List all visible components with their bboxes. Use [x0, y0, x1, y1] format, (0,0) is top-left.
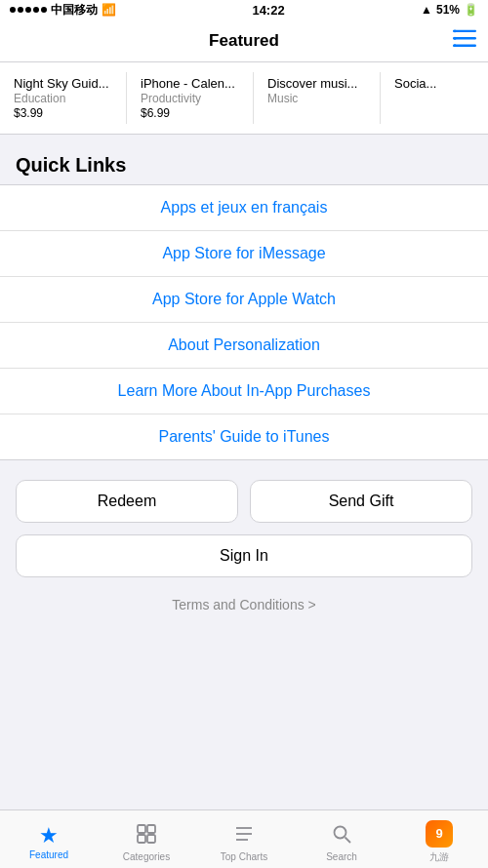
quick-link-imessage[interactable]: App Store for iMessage — [0, 231, 488, 277]
app-name: Discover musi... — [267, 76, 366, 91]
app-item[interactable]: Night Sky Guid... Education $3.99 — [0, 72, 127, 124]
app-category: Education — [14, 92, 112, 105]
app-item[interactable]: Socia... — [381, 72, 488, 124]
quick-link-apple-watch[interactable]: App Store for Apple Watch — [0, 277, 488, 323]
tab-search[interactable]: Search — [293, 810, 390, 868]
search-icon — [330, 822, 353, 848]
tab-categories-label: Categories — [123, 851, 170, 862]
svg-rect-7 — [147, 825, 155, 833]
app-item[interactable]: iPhone - Calen... Productivity $6.99 — [127, 72, 254, 124]
tab-bar: ★ Featured Categories Top Charts — [0, 809, 488, 868]
app-category: Productivity — [141, 92, 239, 105]
9you-icon: 9 — [426, 820, 453, 848]
app-name: Socia... — [394, 76, 488, 91]
quick-link-personalization[interactable]: About Personalization — [0, 323, 488, 369]
tab-featured[interactable]: ★ Featured — [0, 810, 98, 868]
tab-categories[interactable]: Categories — [98, 810, 195, 868]
app-price: $6.99 — [141, 106, 239, 120]
svg-rect-9 — [147, 835, 155, 843]
app-name: iPhone - Calen... — [141, 76, 239, 91]
tab-top-charts-label: Top Charts — [221, 851, 267, 862]
svg-rect-6 — [138, 825, 145, 833]
svg-line-14 — [346, 838, 351, 844]
svg-point-13 — [335, 827, 346, 839]
tab-top-charts[interactable]: Top Charts — [195, 810, 293, 868]
quick-link-in-app[interactable]: Learn More About In-App Purchases — [0, 369, 488, 414]
terms-label: Terms and Conditions > — [172, 597, 315, 612]
app-name: Night Sky Guid... — [14, 76, 112, 91]
tab-9you[interactable]: 9 九游 — [390, 810, 488, 868]
nav-title: Featured — [209, 31, 279, 51]
sign-in-button[interactable]: Sign In — [16, 534, 472, 577]
svg-rect-8 — [138, 835, 145, 843]
tab-9you-label: 九游 — [429, 850, 449, 864]
quick-link-francais[interactable]: Apps et jeux en français — [0, 185, 488, 231]
nav-bar: Featured — [0, 20, 488, 62]
svg-point-4 — [454, 36, 457, 39]
quick-links-header: Quick Links — [0, 135, 488, 184]
status-left: 中国移动 📶 — [10, 2, 116, 19]
signal-dots — [10, 7, 47, 13]
app-category: Music — [267, 92, 366, 105]
arrow-icon: ▲ — [421, 3, 432, 17]
app-price: $3.99 — [14, 106, 112, 120]
tab-search-label: Search — [326, 851, 357, 862]
top-charts-icon — [232, 822, 256, 848]
button-row: Redeem Send Gift — [0, 480, 488, 523]
svg-rect-1 — [453, 37, 476, 40]
quick-link-parents-guide[interactable]: Parents' Guide to iTunes — [0, 414, 488, 459]
carrier-label: 中国移动 — [51, 2, 98, 19]
quick-links-group: Apps et jeux en français App Store for i… — [0, 184, 488, 460]
categories-icon — [135, 822, 158, 848]
tab-featured-label: Featured — [29, 849, 68, 860]
status-bar: 中国移动 📶 14:22 ▲ 51% 🔋 — [0, 0, 488, 20]
battery-percent: 51% — [436, 3, 460, 17]
app-strip: Night Sky Guid... Education $3.99 iPhone… — [0, 62, 488, 135]
battery-icon: 🔋 — [464, 3, 478, 17]
send-gift-button[interactable]: Send Gift — [250, 480, 472, 523]
svg-point-5 — [454, 44, 457, 47]
wifi-icon: 📶 — [102, 3, 116, 17]
redeem-button[interactable]: Redeem — [16, 480, 238, 523]
app-item[interactable]: Discover musi... Music — [254, 72, 381, 124]
status-time: 14:22 — [252, 3, 284, 18]
svg-rect-0 — [453, 29, 476, 32]
featured-icon: ★ — [39, 825, 59, 847]
terms-row[interactable]: Terms and Conditions > — [0, 589, 488, 620]
status-right: ▲ 51% 🔋 — [421, 3, 478, 17]
svg-rect-2 — [453, 44, 476, 47]
nav-menu-button[interactable] — [453, 29, 476, 52]
content-area: Night Sky Guid... Education $3.99 iPhone… — [0, 62, 488, 679]
